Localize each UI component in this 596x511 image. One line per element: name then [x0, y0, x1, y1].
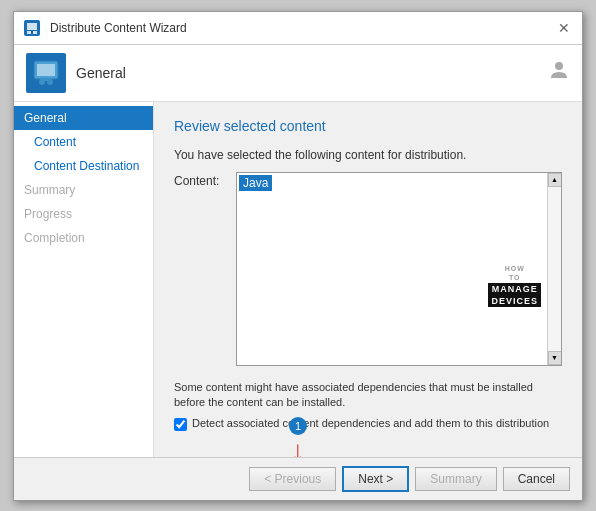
- description-text: You have selected the following content …: [174, 148, 562, 162]
- person-icon: [548, 59, 570, 86]
- scrollbar-up[interactable]: ▲: [548, 173, 562, 187]
- title-bar: Distribute Content Wizard ✕: [14, 12, 582, 45]
- checkbox-label[interactable]: Detect associated content dependencies a…: [192, 417, 549, 429]
- button-bar-wrapper: 1 ↓ < Previous Next > Summary Cancel: [14, 457, 582, 500]
- svg-point-10: [555, 62, 563, 70]
- header-bar: General: [14, 45, 582, 102]
- detect-dependencies-checkbox[interactable]: [174, 418, 187, 431]
- checkbox-row: Detect associated content dependencies a…: [174, 417, 562, 431]
- content-area: General Content Content Destination Summ…: [14, 102, 582, 457]
- wizard-icon: [22, 18, 42, 38]
- scrollbar[interactable]: ▲ ▼: [547, 173, 561, 365]
- button-bar: < Previous Next > Summary Cancel: [14, 457, 582, 500]
- svg-rect-1: [27, 23, 37, 30]
- close-button[interactable]: ✕: [554, 20, 574, 36]
- next-button[interactable]: Next >: [342, 466, 409, 492]
- sidebar-item-progress: Progress: [14, 202, 153, 226]
- summary-button[interactable]: Summary: [415, 467, 496, 491]
- arrow-badge: 1: [289, 417, 307, 435]
- cancel-button[interactable]: Cancel: [503, 467, 570, 491]
- title-text: Distribute Content Wizard: [50, 21, 187, 35]
- content-label: Content:: [174, 172, 226, 366]
- sidebar-item-summary: Summary: [14, 178, 153, 202]
- sidebar: General Content Content Destination Summ…: [14, 102, 154, 457]
- sidebar-item-content[interactable]: Content: [14, 130, 153, 154]
- sidebar-item-content-destination[interactable]: Content Destination: [14, 154, 153, 178]
- svg-rect-3: [33, 31, 37, 34]
- main-title: Review selected content: [174, 118, 562, 134]
- header-wizard-icon: [26, 53, 66, 93]
- watermark: HOWTO MANAGE DEVICES: [488, 264, 541, 307]
- sidebar-item-completion: Completion: [14, 226, 153, 250]
- dependency-section: Some content might have associated depen…: [174, 380, 562, 431]
- dialog-window: Distribute Content Wizard ✕ General: [13, 11, 583, 501]
- title-bar-left: Distribute Content Wizard: [22, 18, 187, 38]
- content-row: Content: Java HOWTO MANAGE DEVICES: [174, 172, 562, 366]
- main-panel: Review selected content You have selecte…: [154, 102, 582, 457]
- svg-rect-2: [27, 31, 31, 34]
- svg-rect-9: [40, 79, 52, 81]
- svg-rect-6: [37, 64, 55, 76]
- content-listbox[interactable]: Java HOWTO MANAGE DEVICES ▲ ▼: [236, 172, 562, 366]
- header-title: General: [76, 65, 126, 81]
- sidebar-item-general[interactable]: General: [14, 106, 153, 130]
- previous-button[interactable]: < Previous: [249, 467, 336, 491]
- dependency-text: Some content might have associated depen…: [174, 380, 562, 411]
- listbox-item-java[interactable]: Java: [239, 175, 272, 191]
- scrollbar-down[interactable]: ▼: [548, 351, 562, 365]
